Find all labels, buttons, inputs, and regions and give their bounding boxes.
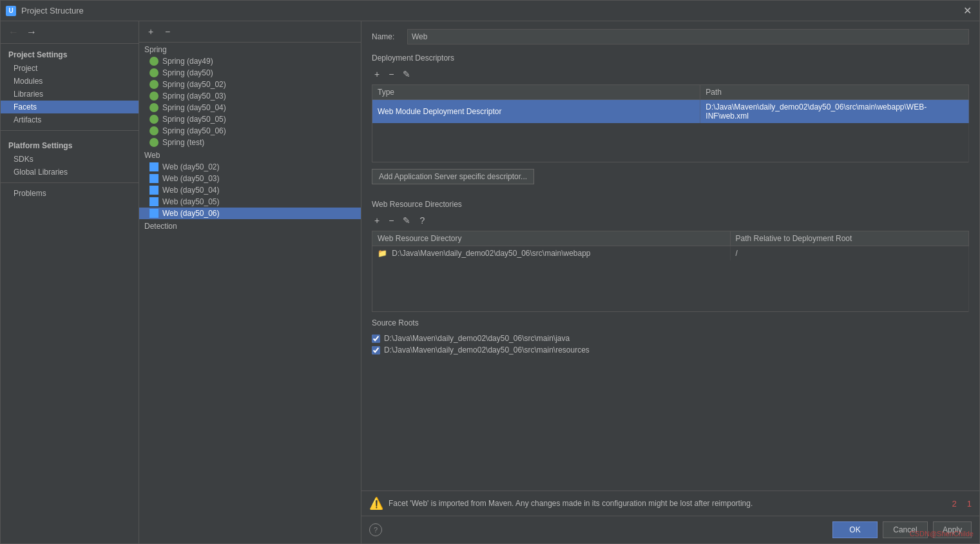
source-root-label-1: D:\Java\Maven\daily_demo02\day50_06\src\…	[384, 345, 590, 355]
table-row[interactable]: 📁 D:\Java\Maven\daily_demo02\day50_06\sr…	[372, 246, 969, 260]
tree-item-web-day50-05[interactable]: Web (day50_05)	[139, 196, 361, 208]
add-facet-button[interactable]: +	[144, 25, 157, 38]
edit-descriptor-button[interactable]: ✎	[400, 68, 413, 81]
tree-item-web-day50-02[interactable]: Web (day50_02)	[139, 161, 361, 173]
web-resource-title: Web Resource Directories	[372, 200, 969, 209]
right-panel-inner: Name: Deployment Descriptors + − ✎ Type …	[361, 21, 979, 491]
tree-item-spring-test[interactable]: Spring (test)	[139, 137, 361, 148]
remove-descriptor-button[interactable]: −	[386, 68, 396, 81]
warning-bar: ⚠️ Facet 'Web' is imported from Maven. A…	[361, 491, 979, 516]
add-descriptor-button[interactable]: +	[372, 68, 382, 81]
tree-item-spring-day50-06[interactable]: Spring (day50_06)	[139, 125, 361, 137]
sidebar-item-artifacts[interactable]: Artifacts	[1, 113, 139, 126]
svg-rect-4	[150, 187, 158, 191]
source-root-label-0: D:\Java\Maven\daily_demo02\day50_06\src\…	[384, 334, 570, 343]
svg-rect-8	[150, 210, 158, 215]
web-icon	[149, 174, 159, 183]
web-res-relative-path: /	[730, 246, 968, 260]
web-icon	[149, 162, 159, 171]
svg-rect-2	[150, 175, 158, 180]
tree-item-spring-day49[interactable]: Spring (day49)	[139, 55, 361, 67]
sidebar-item-libraries[interactable]: Libraries	[1, 88, 139, 101]
source-roots-title: Source Roots	[372, 318, 969, 327]
tree-item-web-day50-06[interactable]: Web (day50_06)	[139, 208, 361, 219]
tree-item-web-day50-03[interactable]: Web (day50_03)	[139, 173, 361, 184]
nav-arrows: ← →	[1, 21, 139, 44]
warning-number-2: 2	[952, 499, 957, 509]
sidebar: ← → Project Settings Project Modules Lib…	[1, 21, 139, 543]
middle-panel: + − Spring Spring (day49) Spring (day50)…	[139, 21, 361, 543]
web-res-path-header: Path Relative to Deployment Root	[730, 231, 968, 246]
tree-item-spring-day50[interactable]: Spring (day50)	[139, 67, 361, 79]
web-icon	[149, 186, 159, 195]
add-server-descriptor-button[interactable]: Add Application Server specific descript…	[372, 169, 534, 184]
name-label: Name:	[372, 32, 401, 41]
source-root-row-1: D:\Java\Maven\daily_demo02\day50_06\src\…	[372, 344, 969, 356]
sidebar-item-problems[interactable]: Problems	[1, 187, 139, 200]
tree-item-spring-day50-04[interactable]: Spring (day50_04)	[139, 102, 361, 113]
bottom-bar: ? OK Cancel Apply	[361, 516, 979, 543]
warning-text: Facet 'Web' is imported from Maven. Any …	[389, 499, 942, 508]
spring-icon	[149, 68, 159, 77]
type-column-header: Type	[372, 85, 700, 100]
descriptor-path: D:\Java\Maven\daily_demo02\day50_06\src\…	[700, 100, 969, 124]
spring-icon	[149, 57, 159, 66]
web-resource-table: Web Resource Directory Path Relative to …	[372, 231, 969, 313]
web-resource-section: Web Resource Directories + − ✎ ? Web Res…	[372, 200, 969, 313]
source-root-checkbox-1[interactable]	[372, 346, 380, 355]
warning-number-1: 1	[967, 499, 972, 509]
warning-icon: ⚠️	[369, 496, 383, 510]
right-panel: Name: Deployment Descriptors + − ✎ Type …	[361, 21, 979, 543]
web-icon	[149, 209, 159, 218]
spring-icon	[149, 115, 159, 124]
help-button[interactable]: ?	[369, 523, 382, 536]
sidebar-item-sdks[interactable]: SDKs	[1, 153, 139, 166]
spring-icon	[149, 92, 159, 101]
app-icon: U	[6, 6, 16, 16]
close-button[interactable]: ✕	[961, 2, 974, 19]
svg-rect-7	[151, 204, 157, 205]
web-group-label: Web	[139, 148, 361, 161]
spring-icon	[149, 103, 159, 112]
tree-item-spring-day50-02[interactable]: Spring (day50_02)	[139, 79, 361, 90]
add-web-res-button[interactable]: +	[372, 214, 382, 227]
sidebar-item-project[interactable]: Project	[1, 62, 139, 75]
edit-web-res-button[interactable]: ✎	[400, 214, 413, 227]
back-arrow[interactable]: ←	[6, 25, 21, 39]
source-roots-section: Source Roots D:\Java\Maven\daily_demo02\…	[372, 318, 969, 356]
sidebar-item-modules[interactable]: Modules	[1, 75, 139, 88]
main-content: ← → Project Settings Project Modules Lib…	[1, 21, 979, 543]
titlebar-left: U Project Structure	[6, 6, 84, 16]
spring-icon	[149, 138, 159, 147]
descriptor-type: Web Module Deployment Descriptor	[372, 100, 700, 124]
detection-group-label: Detection	[139, 219, 361, 232]
svg-rect-3	[151, 180, 157, 182]
source-root-checkbox-0[interactable]	[372, 335, 380, 343]
web-res-dir: 📁 D:\Java\Maven\daily_demo02\day50_06\sr…	[372, 246, 731, 260]
ok-button[interactable]: OK	[832, 521, 878, 538]
tree-item-spring-day50-03[interactable]: Spring (day50_03)	[139, 90, 361, 102]
web-res-dir-header: Web Resource Directory	[372, 231, 731, 246]
remove-web-res-button[interactable]: −	[386, 214, 396, 227]
help-web-res-button[interactable]: ?	[417, 214, 427, 227]
forward-arrow[interactable]: →	[24, 25, 39, 39]
name-input[interactable]	[407, 29, 969, 44]
spring-group-label: Spring	[139, 43, 361, 55]
titlebar: U Project Structure ✕	[1, 1, 979, 21]
remove-facet-button[interactable]: −	[161, 25, 174, 38]
tree-item-web-day50-04[interactable]: Web (day50_04)	[139, 184, 361, 196]
spring-icon	[149, 80, 159, 89]
svg-rect-9	[151, 215, 157, 217]
svg-rect-6	[150, 199, 158, 203]
sidebar-divider	[1, 130, 139, 131]
svg-rect-5	[151, 192, 157, 193]
sidebar-item-global-libraries[interactable]: Global Libraries	[1, 166, 139, 179]
svg-rect-1	[151, 169, 157, 170]
tree-item-spring-day50-05[interactable]: Spring (day50_05)	[139, 113, 361, 125]
sidebar-item-facets[interactable]: Facets	[1, 101, 139, 113]
spring-icon	[149, 126, 159, 135]
table-row[interactable]: Web Module Deployment Descriptor D:\Java…	[372, 100, 969, 124]
middle-toolbar: + −	[139, 21, 361, 43]
path-column-header: Path	[700, 85, 969, 100]
web-icon	[149, 197, 159, 206]
